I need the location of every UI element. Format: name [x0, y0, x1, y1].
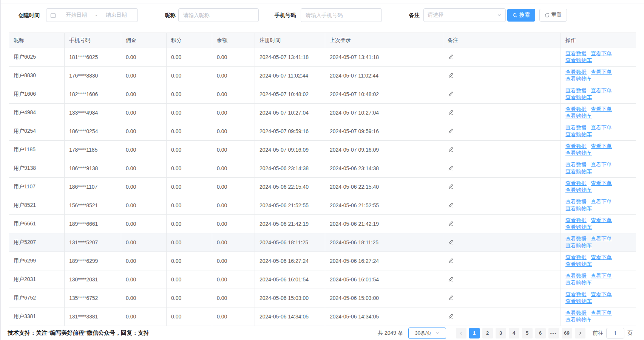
edit-remark-button[interactable]: [448, 276, 454, 282]
view-orders-link[interactable]: 查看下单: [591, 273, 612, 279]
date-range-picker[interactable]: 开始日期 - 结束日期: [46, 8, 138, 22]
view-cart-link[interactable]: 查看购物车: [565, 205, 592, 211]
view-data-link[interactable]: 查看数据: [565, 199, 587, 205]
nickname-input[interactable]: [178, 8, 259, 22]
view-data-link[interactable]: 查看数据: [565, 236, 587, 242]
view-orders-link[interactable]: 查看下单: [591, 236, 612, 242]
view-cart-link[interactable]: 查看购物车: [565, 150, 592, 156]
pager-prev-button[interactable]: [456, 328, 466, 338]
view-cart-link[interactable]: 查看购物车: [565, 187, 592, 193]
view-orders-link[interactable]: 查看下单: [591, 217, 612, 223]
view-cart-link[interactable]: 查看购物车: [565, 298, 592, 304]
edit-remark-button[interactable]: [448, 146, 454, 152]
start-date-placeholder[interactable]: 开始日期: [59, 12, 94, 19]
view-cart-link[interactable]: 查看购物车: [565, 317, 592, 323]
view-orders-link[interactable]: 查看下单: [591, 254, 612, 260]
phone-label: 手机号码: [275, 8, 296, 22]
view-data-link[interactable]: 查看数据: [565, 254, 587, 260]
edit-remark-button[interactable]: [448, 109, 454, 115]
pager-next-button[interactable]: [575, 328, 585, 338]
view-data-link[interactable]: 查看数据: [565, 161, 587, 168]
phone-cell: 182****1606: [65, 85, 121, 104]
view-data-link[interactable]: 查看数据: [565, 310, 587, 316]
page-size-select[interactable]: 30条/页: [408, 328, 446, 339]
view-data-link[interactable]: 查看数据: [565, 106, 587, 112]
view-data-link[interactable]: 查看数据: [565, 124, 587, 130]
view-orders-link[interactable]: 查看下单: [591, 50, 612, 56]
view-cart-link[interactable]: 查看购物车: [565, 113, 592, 119]
view-cart-link[interactable]: 查看购物车: [565, 57, 592, 63]
filter-bar: 创建时间 开始日期 - 结束日期 昵称 手机号码 备注 请选择 搜索 重置: [0, 0, 644, 30]
view-orders-link[interactable]: 查看下单: [591, 291, 612, 297]
points-cell: 0.00: [167, 178, 212, 196]
page-button-3[interactable]: 3: [496, 328, 506, 338]
page-button-last[interactable]: 69: [562, 328, 572, 338]
view-data-link[interactable]: 查看数据: [565, 291, 587, 297]
page-button-2[interactable]: 2: [482, 328, 493, 338]
view-orders-link[interactable]: 查看下单: [591, 310, 612, 316]
view-cart-link[interactable]: 查看购物车: [565, 94, 592, 100]
end-date-placeholder[interactable]: 结束日期: [99, 12, 134, 19]
page-button-1[interactable]: 1: [469, 328, 480, 338]
page-button-4[interactable]: 4: [509, 328, 519, 338]
view-cart-link[interactable]: 查看购物车: [565, 131, 592, 137]
view-orders-link[interactable]: 查看下单: [591, 180, 612, 186]
view-orders-link[interactable]: 查看下单: [591, 143, 612, 149]
view-cart-link[interactable]: 查看购物车: [565, 224, 592, 230]
actions-cell: 查看数据查看下单查看购物车: [561, 159, 636, 178]
table-row: 用户3381 131****3381 0.00 0.00 0.00 2024-0…: [9, 307, 636, 326]
view-cart-link[interactable]: 查看购物车: [565, 168, 592, 174]
view-data-link[interactable]: 查看数据: [565, 273, 587, 279]
reset-button[interactable]: 重置: [539, 9, 567, 22]
view-data-link[interactable]: 查看数据: [565, 180, 587, 186]
view-orders-link[interactable]: 查看下单: [591, 124, 612, 130]
edit-remark-button[interactable]: [448, 258, 454, 264]
edit-remark-button[interactable]: [448, 165, 454, 171]
register-time-cell: 2024-05-06 21:52:55: [255, 196, 325, 215]
page-button-6[interactable]: 6: [535, 328, 546, 338]
view-orders-link[interactable]: 查看下单: [591, 161, 612, 168]
remark-cell: [443, 159, 561, 178]
register-time-cell: 2024-05-06 18:11:25: [255, 233, 325, 252]
column-header: 积分: [167, 33, 212, 48]
actions-cell: 查看数据查看下单查看购物车: [561, 196, 636, 215]
remark-select[interactable]: 请选择: [423, 8, 506, 22]
edit-remark-button[interactable]: [448, 72, 454, 78]
view-data-link[interactable]: 查看数据: [565, 143, 587, 149]
view-orders-link[interactable]: 查看下单: [591, 87, 612, 93]
view-cart-link[interactable]: 查看购物车: [565, 261, 592, 267]
edit-remark-button[interactable]: [448, 91, 454, 97]
edit-remark-button[interactable]: [448, 295, 454, 301]
view-cart-link[interactable]: 查看购物车: [565, 279, 592, 286]
view-orders-link[interactable]: 查看下单: [591, 69, 612, 75]
remark-cell: [443, 104, 561, 122]
edit-remark-button[interactable]: [448, 220, 454, 227]
view-orders-link[interactable]: 查看下单: [591, 199, 612, 205]
edit-remark-button[interactable]: [448, 183, 454, 189]
view-cart-link[interactable]: 查看购物车: [565, 76, 592, 82]
pager-ellipsis[interactable]: •••: [548, 328, 559, 338]
view-orders-link[interactable]: 查看下单: [591, 106, 612, 112]
points-cell: 0.00: [167, 67, 212, 85]
edit-remark-button[interactable]: [448, 202, 454, 208]
edit-remark-button[interactable]: [448, 128, 454, 134]
phone-cell: 131****5207: [65, 233, 121, 252]
edit-remark-button[interactable]: [448, 313, 454, 319]
phone-input[interactable]: [301, 8, 382, 22]
remark-cell: [443, 233, 561, 252]
search-button[interactable]: 搜索: [507, 9, 535, 22]
view-data-link[interactable]: 查看数据: [565, 69, 587, 75]
commission-cell: 0.00: [121, 67, 167, 85]
nickname-cell: 用户3381: [9, 307, 65, 326]
last-login-cell: 2024-05-06 22:15:40: [325, 178, 443, 196]
view-data-link[interactable]: 查看数据: [565, 50, 587, 56]
goto-page-input[interactable]: [606, 328, 624, 338]
edit-remark-button[interactable]: [448, 54, 454, 60]
view-data-link[interactable]: 查看数据: [565, 87, 587, 93]
remark-label: 备注: [409, 8, 420, 22]
edit-remark-button[interactable]: [448, 239, 454, 245]
page-button-5[interactable]: 5: [522, 328, 533, 338]
view-data-link[interactable]: 查看数据: [565, 217, 587, 223]
view-cart-link[interactable]: 查看购物车: [565, 242, 592, 248]
user-table: 昵称手机号码佣金积分余额注册时间上次登录备注操作 用户6025 181****6…: [9, 33, 636, 326]
